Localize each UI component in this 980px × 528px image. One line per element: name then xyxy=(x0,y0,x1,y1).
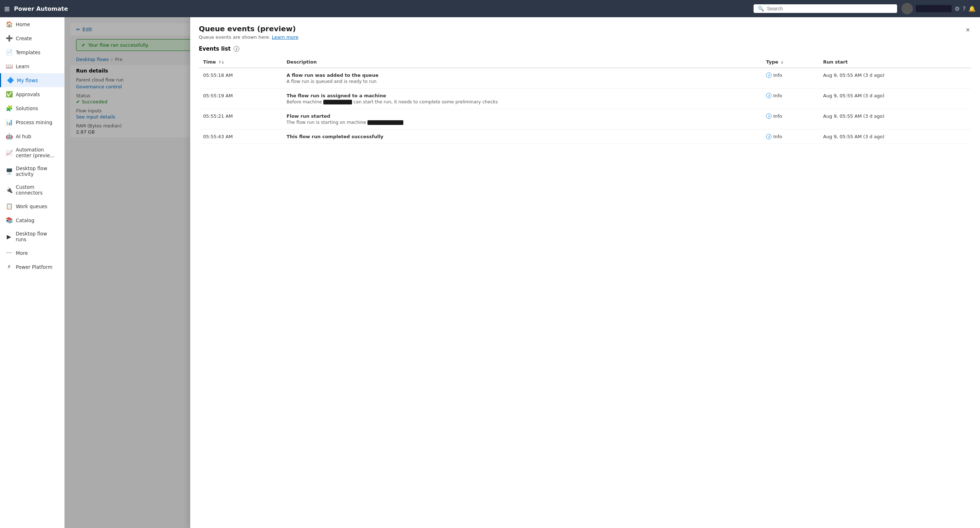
sidebar-label-connectors: Custom connectors xyxy=(16,184,59,196)
catalog-icon: 📚 xyxy=(6,217,12,224)
modal-header-left: Queue events (preview) Queue events are … xyxy=(199,24,299,40)
event-run-start-3: Aug 9, 05:55 AM (3 d ago) xyxy=(819,109,971,130)
sidebar-item-create[interactable]: ➕ Create xyxy=(0,31,64,45)
sidebar-label-power-platform: Power Platform xyxy=(16,264,52,270)
sidebar-label-my-flows: My flows xyxy=(17,78,38,83)
sidebar-item-templates[interactable]: 📄 Templates xyxy=(0,45,64,59)
sidebar-item-home[interactable]: 🏠 Home xyxy=(0,17,64,31)
type-info-icon-2: i xyxy=(766,93,772,99)
redacted-machine-name-1 xyxy=(323,100,352,105)
sidebar-item-automation-center[interactable]: 📈 Automation center (previe... xyxy=(0,143,64,162)
sidebar-label-desktop-runs: Desktop flow runs xyxy=(16,231,59,242)
sidebar-item-process-mining[interactable]: 📊 Process mining xyxy=(0,115,64,129)
app-body: 🏠 Home ➕ Create 📄 Templates 📖 Learn 🔷 My… xyxy=(0,17,980,528)
sidebar: 🏠 Home ➕ Create 📄 Templates 📖 Learn 🔷 My… xyxy=(0,17,65,528)
sidebar-label-work-queues: Work queues xyxy=(16,204,48,209)
events-list-info-icon[interactable]: i xyxy=(234,46,239,52)
home-icon: 🏠 xyxy=(6,21,12,28)
sidebar-item-ai-hub[interactable]: 🤖 AI hub xyxy=(0,129,64,143)
modal-subtitle: Queue events are shown here. Learn more xyxy=(199,35,299,40)
sidebar-label-catalog: Catalog xyxy=(16,218,35,223)
sidebar-item-learn[interactable]: 📖 Learn xyxy=(0,59,64,73)
time-sort-icon[interactable]: ↑↓ xyxy=(218,60,224,64)
learn-more-link[interactable]: Learn more xyxy=(272,35,298,40)
event-time-1: 05:55:18 AM xyxy=(199,68,282,89)
sidebar-item-desktop-flow-runs[interactable]: ▶️ Desktop flow runs xyxy=(0,227,64,246)
sidebar-label-create: Create xyxy=(16,35,32,41)
work-queues-icon: 📋 xyxy=(6,203,12,210)
grid-icon[interactable]: ⊞ xyxy=(4,5,10,13)
sidebar-item-desktop-flow-activity[interactable]: 🖥️ Desktop flow activity xyxy=(0,162,64,181)
modal-header: Queue events (preview) Queue events are … xyxy=(190,17,980,40)
event-desc-3: Flow run started The flow run is startin… xyxy=(282,109,762,130)
modal-overlay: Queue events (preview) Queue events are … xyxy=(65,17,980,528)
sidebar-item-more[interactable]: ··· More xyxy=(0,246,64,260)
sidebar-item-custom-connectors[interactable]: 🔌 Custom connectors xyxy=(0,181,64,199)
event-time-3: 05:55:21 AM xyxy=(199,109,282,130)
redacted-machine-name-2 xyxy=(368,120,403,125)
col-type: Type ↓ xyxy=(762,56,819,68)
power-platform-icon: ⚡ xyxy=(6,264,12,270)
search-icon: 🔍 xyxy=(758,6,764,11)
event-time-4: 05:55:43 AM xyxy=(199,130,282,144)
event-type-3: i Info xyxy=(762,109,819,130)
sidebar-label-more: More xyxy=(16,250,28,256)
help-icon[interactable]: ? xyxy=(963,5,966,12)
sidebar-label-approvals: Approvals xyxy=(16,92,40,97)
user-name-redacted xyxy=(916,5,951,12)
sidebar-label-automation: Automation center (previe... xyxy=(16,147,59,158)
sidebar-item-my-flows[interactable]: 🔷 My flows xyxy=(0,73,64,87)
events-table-body: 05:55:18 AM A flow run was added to the … xyxy=(199,68,971,144)
learn-icon: 📖 xyxy=(6,63,12,70)
event-time-2: 05:55:19 AM xyxy=(199,89,282,109)
col-description: Description xyxy=(282,56,762,68)
solutions-icon: 🧩 xyxy=(6,105,12,111)
event-desc-2: The flow run is assigned to a machine Be… xyxy=(282,89,762,109)
sidebar-item-power-platform[interactable]: ⚡ Power Platform xyxy=(0,260,64,274)
sidebar-item-catalog[interactable]: 📚 Catalog xyxy=(0,213,64,227)
sidebar-label-process-mining: Process mining xyxy=(16,119,52,125)
connectors-icon: 🔌 xyxy=(6,187,12,194)
sidebar-item-solutions[interactable]: 🧩 Solutions xyxy=(0,101,64,115)
event-desc-1: A flow run was added to the queue A flow… xyxy=(282,68,762,89)
type-sort-icon[interactable]: ↓ xyxy=(781,60,783,64)
event-desc-4: This flow run completed successfully xyxy=(282,130,762,144)
process-mining-icon: 📊 xyxy=(6,119,12,126)
sidebar-item-work-queues[interactable]: 📋 Work queues xyxy=(0,199,64,213)
events-table: Time ↑↓ Description Type ↓ xyxy=(199,56,971,144)
app-name: Power Automate xyxy=(14,5,749,12)
notification-icon[interactable]: 🔔 xyxy=(969,5,976,12)
desktop-runs-icon: ▶️ xyxy=(6,233,12,240)
event-run-start-1: Aug 9, 05:55 AM (3 d ago) xyxy=(819,68,971,89)
ai-hub-icon: 🤖 xyxy=(6,133,12,140)
event-run-start-2: Aug 9, 05:55 AM (3 d ago) xyxy=(819,89,971,109)
search-bar[interactable]: 🔍 xyxy=(754,4,897,13)
col-run-start: Run start xyxy=(819,56,971,68)
type-info-icon-3: i xyxy=(766,113,772,119)
modal-title: Queue events (preview) xyxy=(199,24,299,33)
avatar[interactable] xyxy=(901,3,913,14)
events-list-label: Events list xyxy=(199,46,231,52)
table-row: 05:55:21 AM Flow run started The flow ru… xyxy=(199,109,971,130)
sidebar-label-templates: Templates xyxy=(16,49,41,55)
main-content: ✏️ Edit ✔ Your flow ran successfully. De… xyxy=(65,17,980,528)
event-run-start-4: Aug 9, 05:55 AM (3 d ago) xyxy=(819,130,971,144)
event-type-1: i Info xyxy=(762,68,819,89)
col-time: Time ↑↓ xyxy=(199,56,282,68)
sidebar-item-approvals[interactable]: ✅ Approvals xyxy=(0,87,64,101)
settings-icon[interactable]: ⚙ xyxy=(955,5,959,12)
modal-body: Events list i Time ↑↓ Description xyxy=(190,40,980,528)
desktop-activity-icon: 🖥️ xyxy=(6,168,12,175)
type-info-icon-1: i xyxy=(766,73,772,78)
modal-close-button[interactable]: × xyxy=(964,24,971,35)
automation-icon: 📈 xyxy=(6,149,12,156)
my-flows-icon: 🔷 xyxy=(7,77,13,84)
approvals-icon: ✅ xyxy=(6,91,12,98)
more-icon: ··· xyxy=(6,250,12,256)
event-type-4: i Info xyxy=(762,130,819,144)
templates-icon: 📄 xyxy=(6,49,12,56)
sidebar-label-solutions: Solutions xyxy=(16,105,38,111)
events-list-header: Events list i xyxy=(199,46,971,52)
search-input[interactable] xyxy=(767,6,893,11)
events-table-header: Time ↑↓ Description Type ↓ xyxy=(199,56,971,68)
